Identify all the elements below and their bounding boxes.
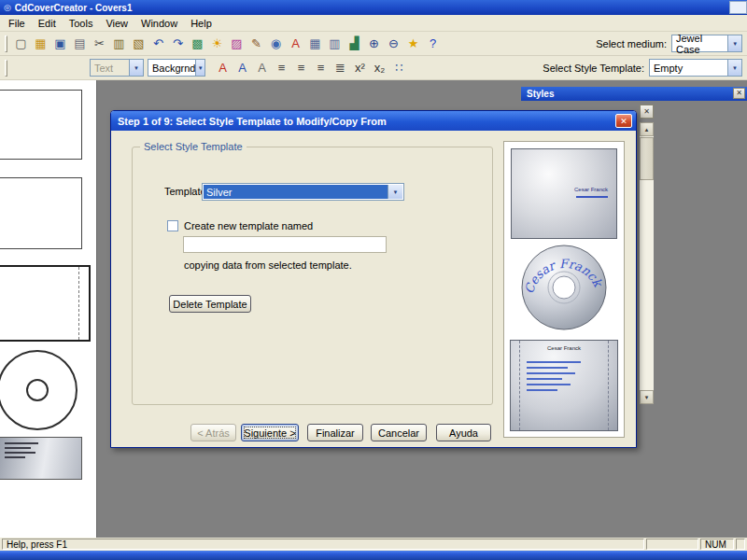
- select-style-template-combo[interactable]: Empty ▼: [649, 59, 742, 77]
- sun-icon[interactable]: ☀: [207, 35, 227, 53]
- cut-icon[interactable]: ✂: [90, 35, 109, 53]
- track-list: [527, 361, 581, 395]
- select-style-template-label: Select Style Template:: [543, 63, 644, 74]
- align-center-icon[interactable]: ≡: [291, 59, 311, 77]
- chart-icon[interactable]: ▟: [345, 35, 364, 53]
- menu-item-file[interactable]: File: [2, 16, 32, 31]
- styles-scrollbar[interactable]: ▲ ▼: [640, 122, 654, 404]
- help-pointer-icon[interactable]: ?: [423, 35, 443, 53]
- main-toolbar: ▢▦▣▤✂▥▧↶↷▩☀▨✎◉A▦▥▟⊕⊖★? Select medium: Je…: [0, 32, 747, 56]
- styles-panel-close-button[interactable]: ✕: [640, 105, 654, 119]
- select-medium-combo[interactable]: Jewel Case ▼: [671, 35, 742, 52]
- style-template-group: Select Style Template: Empty ▼: [543, 59, 744, 77]
- zoom-in-icon[interactable]: ⊕: [364, 35, 384, 53]
- table-icon[interactable]: ▦: [305, 35, 325, 53]
- background-layer-value: Backgrnd: [152, 63, 195, 74]
- chevron-down-icon[interactable]: ▼: [388, 185, 402, 199]
- text-layer-value: Text: [94, 63, 113, 74]
- thumbnail-inside-cover[interactable]: [0, 177, 82, 249]
- disc-hole: [26, 379, 49, 401]
- select-medium-label: Select medium:: [596, 38, 667, 49]
- style-preview-panel: Cesar Franck: [503, 141, 625, 438]
- format-toolbar-icons: AAA≡≡≡≣x²x₂∷: [213, 59, 409, 77]
- chevron-down-icon[interactable]: ▼: [129, 60, 143, 76]
- chevron-down-icon[interactable]: ▼: [195, 60, 204, 76]
- page-thumbnail-panel: [0, 80, 97, 538]
- preview-back-cover: Cesar Franck: [510, 340, 618, 431]
- font-color-blue-icon[interactable]: A: [233, 59, 252, 77]
- finish-button[interactable]: Finalizar: [307, 424, 363, 441]
- menu-item-tools[interactable]: Tools: [63, 16, 100, 31]
- list-icon[interactable]: ∷: [389, 59, 409, 77]
- chevron-down-icon[interactable]: ▼: [727, 35, 741, 51]
- select-medium-value: Jewel Case: [676, 33, 727, 55]
- preview-front-cover: Cesar Franck: [511, 148, 617, 239]
- font-color-red-icon[interactable]: A: [213, 59, 233, 77]
- new-icon[interactable]: ▢: [11, 35, 31, 53]
- app-title: CdCoverCreator - Covers1: [15, 3, 133, 13]
- medium-select-group: Select medium: Jewel Case ▼: [596, 35, 744, 52]
- toolbar-grip[interactable]: [5, 60, 7, 77]
- columns-icon[interactable]: ▥: [325, 35, 345, 53]
- create-template-checkbox[interactable]: [167, 220, 178, 231]
- scroll-down-icon[interactable]: ▼: [640, 390, 654, 404]
- tip-icon[interactable]: ★: [403, 35, 423, 53]
- align-right-icon[interactable]: ≡: [311, 59, 331, 77]
- toolbar-grip[interactable]: [5, 35, 7, 52]
- wizard-body: Select Style Template Template: Silver ▼…: [111, 131, 636, 449]
- styles-panel-titlebar[interactable]: Styles ✕: [521, 87, 747, 101]
- paste-icon[interactable]: ▧: [129, 35, 148, 53]
- new-template-name-input[interactable]: [183, 236, 387, 253]
- wizard-titlebar[interactable]: Step 1 of 9: Select Style Template to Mo…: [111, 111, 636, 131]
- copy-note: copying data from selected template.: [184, 259, 352, 271]
- align-left-icon[interactable]: ≡: [272, 59, 291, 77]
- next-button[interactable]: Siguiente >: [241, 424, 299, 441]
- back-button[interactable]: < Atrás: [190, 424, 236, 441]
- close-icon[interactable]: ✕: [615, 114, 632, 128]
- thumbnail-booklet[interactable]: [0, 437, 82, 480]
- menu-item-view[interactable]: View: [99, 16, 134, 31]
- menu-item-edit[interactable]: Edit: [32, 16, 63, 31]
- justify-icon[interactable]: ≣: [331, 59, 350, 77]
- num-lock-indicator: NUM: [700, 539, 734, 550]
- open-icon[interactable]: ▦: [31, 35, 50, 53]
- cancel-button[interactable]: Cancelar: [371, 424, 427, 441]
- menu-item-help[interactable]: Help: [184, 16, 218, 31]
- save-icon[interactable]: ▣: [50, 35, 70, 53]
- help-button[interactable]: Ayuda: [436, 424, 491, 441]
- app-icon: ◎: [4, 3, 11, 12]
- subscript-icon[interactable]: x₂: [370, 59, 389, 77]
- menu-item-window[interactable]: Window: [134, 16, 184, 31]
- delete-template-button[interactable]: Delete Template: [169, 295, 251, 313]
- scroll-up-icon[interactable]: ▲: [640, 122, 654, 136]
- taskbar-edge[interactable]: [0, 551, 747, 560]
- thumbnail-disc-label[interactable]: [0, 350, 78, 430]
- cd-icon[interactable]: ◉: [266, 35, 286, 53]
- styles-close-icon[interactable]: ✕: [733, 88, 745, 99]
- copy-icon[interactable]: ▥: [109, 35, 129, 53]
- redo-icon[interactable]: ↷: [168, 35, 188, 53]
- image-icon[interactable]: ▩: [188, 35, 207, 53]
- group-title: Select Style Template: [140, 141, 247, 152]
- window-controls[interactable]: [729, 1, 747, 14]
- undo-icon[interactable]: ↶: [148, 35, 168, 53]
- palette-icon[interactable]: ▨: [227, 35, 247, 53]
- zoom-out-icon[interactable]: ⊖: [384, 35, 403, 53]
- thumbnail-front-cover[interactable]: [0, 90, 82, 160]
- pencil-icon[interactable]: ✎: [247, 35, 266, 53]
- thumbnail-back-cover-selected[interactable]: [0, 265, 91, 342]
- text-layer-combo[interactable]: Text ▼: [90, 59, 144, 77]
- styles-panel-title: Styles: [527, 89, 554, 99]
- scrollbar-thumb[interactable]: [640, 137, 654, 180]
- format-toolbar: Text ▼ Backgrnd ▼ AAA≡≡≡≣x²x₂∷ Select St…: [0, 56, 747, 80]
- template-combo[interactable]: Silver ▼: [202, 183, 404, 201]
- status-panel: [646, 539, 698, 550]
- background-layer-combo[interactable]: Backgrnd ▼: [148, 59, 205, 77]
- text-icon[interactable]: A: [286, 35, 305, 53]
- chevron-down-icon[interactable]: ▼: [727, 60, 741, 76]
- app-titlebar[interactable]: ◎ CdCoverCreator - Covers1: [0, 0, 747, 15]
- print-icon[interactable]: ▤: [70, 35, 90, 53]
- font-style-icon[interactable]: A: [252, 59, 272, 77]
- status-panel: [736, 539, 745, 550]
- superscript-icon[interactable]: x²: [350, 59, 370, 77]
